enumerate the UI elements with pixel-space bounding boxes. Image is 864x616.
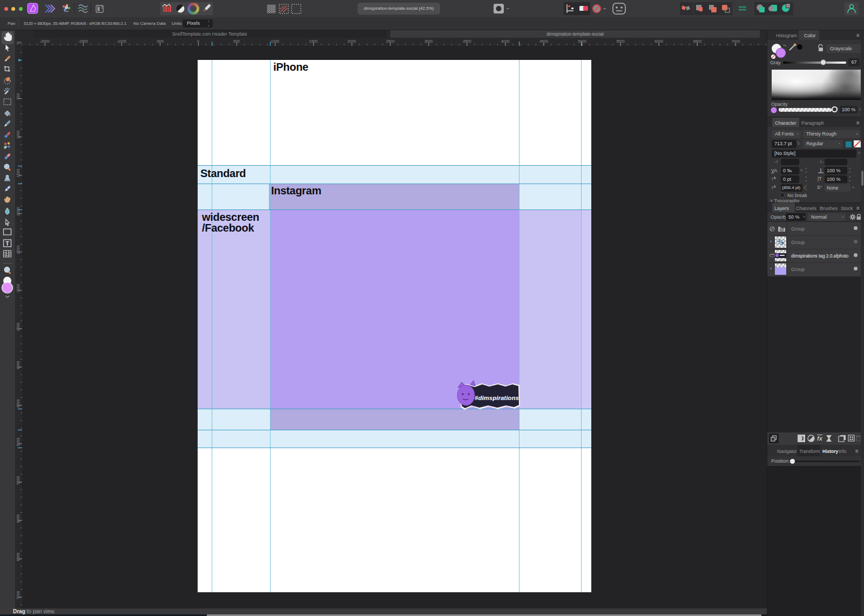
svg-text:T: T bbox=[5, 241, 9, 247]
svg-text:#dimspirations: #dimspirations bbox=[475, 395, 519, 401]
